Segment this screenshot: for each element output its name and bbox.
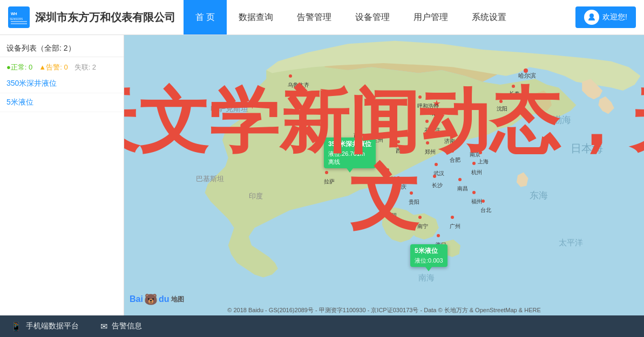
nav-user-management[interactable]: 用户管理 xyxy=(402,0,460,35)
mobile-icon: 📱 xyxy=(11,321,22,332)
baidu-map-label: 地图 xyxy=(171,295,184,304)
nav-home[interactable]: 首 页 xyxy=(184,0,227,35)
footer: 📱 手机端数据平台 ✉ 告警信息 xyxy=(0,315,644,337)
sidebar-device-1[interactable]: 350米深井液位 xyxy=(0,74,124,93)
city-lasa: 拉萨 xyxy=(327,173,337,185)
baidu-text: Bai xyxy=(130,294,143,304)
svg-text:东海: 东海 xyxy=(530,190,548,201)
svg-point-5 xyxy=(589,13,594,18)
city-shenyang: 沈阳 xyxy=(499,100,510,113)
company-logo-icon: WH SENSORS xyxy=(8,6,30,28)
city-xian: 西安 xyxy=(398,142,409,155)
status-normal: ●正常: 0 xyxy=(6,63,32,72)
city-haerbin: 哈尔滨 xyxy=(524,68,541,82)
svg-text:南海: 南海 xyxy=(418,273,435,282)
status-warning: ▲告警: 0 xyxy=(39,63,67,72)
city-wuhan: 武汉 xyxy=(436,164,447,177)
svg-rect-3 xyxy=(11,21,27,22)
svg-text:日本海: 日本海 xyxy=(571,142,603,154)
city-jinan: 济南 xyxy=(447,132,458,145)
city-shijiazhuang: 石家庄 xyxy=(427,121,443,134)
popup-2-tail xyxy=(425,267,432,271)
city-wulumuqi: 乌鲁木齐 xyxy=(290,76,312,89)
logo-area: WH SENSORS 深圳市东方万和仪表有限公司 xyxy=(0,6,184,28)
map-attribution: © 2018 Baidu - GS(2016)2089号 - 甲测资字11009… xyxy=(227,306,541,314)
city-guangzhou: 广州 xyxy=(452,217,463,230)
svg-text:WH: WH xyxy=(11,12,17,16)
sidebar: 设备列表（全部: 2） ●正常: 0 ▲告警: 0 失联: 2 350米深井液位… xyxy=(0,35,124,315)
company-name: 深圳市东方万和仪表有限公司 xyxy=(35,10,175,25)
baidu-bear-icon: 🐻 xyxy=(144,293,158,306)
city-changsha: 长沙 xyxy=(435,176,445,189)
svg-rect-4 xyxy=(11,23,27,24)
svg-text:巴基斯坦: 巴基斯坦 xyxy=(196,175,224,183)
nav-device-management[interactable]: 设备管理 xyxy=(343,0,402,35)
header-right: 欢迎您! xyxy=(575,6,644,28)
city-changchun: 长春 xyxy=(512,85,523,98)
mail-icon: ✉ xyxy=(100,321,107,332)
header: WH SENSORS 深圳市东方万和仪表有限公司 首 页 数据查询 告警管理 设… xyxy=(0,0,644,35)
device-popup-2[interactable]: 5米液位 液位:0.003 xyxy=(410,244,448,267)
status-offline: 失联: 2 xyxy=(74,63,96,72)
nav-data-query[interactable]: 数据查询 xyxy=(227,0,285,35)
svg-text:太平洋: 太平洋 xyxy=(559,238,583,247)
map-area[interactable]: 渤海 日本海 东海 太平洋 南海 哈萨克斯坦 印度 巴基斯坦 哈尔滨 长春 沈阳… xyxy=(124,35,644,315)
footer-mobile-platform[interactable]: 📱 手机端数据平台 xyxy=(11,321,79,332)
device-popup-1[interactable]: 350米深井液位 液位:26.701m 离线 xyxy=(324,137,376,168)
main-nav: 首 页 数据查询 告警管理 设备管理 用户管理 系统设置 xyxy=(184,0,575,35)
svg-text:哈萨克斯坦: 哈萨克斯坦 xyxy=(211,104,248,113)
sidebar-header: 设备列表（全部: 2） xyxy=(0,40,124,57)
svg-text:SENSORS: SENSORS xyxy=(10,17,23,20)
city-nanning: 南宁 xyxy=(420,217,431,230)
welcome-label: 欢迎您! xyxy=(602,12,627,22)
sidebar-status: ●正常: 0 ▲告警: 0 失联: 2 xyxy=(0,60,124,74)
popup-1-title: 350米深井液位 xyxy=(328,140,371,149)
city-zhengzhou: 郑州 xyxy=(428,143,438,156)
baidu-du: du xyxy=(159,294,170,304)
city-hangzhou: 杭州 xyxy=(474,163,485,176)
city-hefei: 合肥 xyxy=(452,151,463,164)
city-lanzhou: 兰州 xyxy=(375,131,386,144)
sidebar-device-2[interactable]: 5米液位 xyxy=(0,93,124,112)
svg-text:渤海: 渤海 xyxy=(553,114,571,125)
city-nanchang: 南昌 xyxy=(460,180,471,192)
baidu-logo: Bai🐻du 地图 xyxy=(130,293,184,306)
welcome-button[interactable]: 欢迎您! xyxy=(575,6,636,28)
city-kunming: 昆明 xyxy=(389,207,399,219)
main-content: 设备列表（全部: 2） ●正常: 0 ▲告警: 0 失联: 2 350米深井液位… xyxy=(0,35,644,315)
popup-2-title: 5米液位 xyxy=(415,246,443,256)
popup-1-tail xyxy=(347,168,353,173)
map-background: 渤海 日本海 东海 太平洋 南海 哈萨克斯坦 印度 巴基斯坦 xyxy=(124,35,644,315)
popup-2-value: 液位:0.003 xyxy=(415,257,443,265)
city-taibei: 台北 xyxy=(483,201,494,214)
svg-text:印度: 印度 xyxy=(249,192,263,200)
footer-alert-label: 告警信息 xyxy=(112,321,142,331)
attribution-text: © 2018 Baidu - GS(2016)2089号 - 甲测资字11009… xyxy=(227,307,541,313)
user-avatar-icon xyxy=(584,10,599,25)
footer-mobile-label: 手机端数据平台 xyxy=(26,321,79,331)
city-huhehaote: 呼和浩特 xyxy=(420,97,442,110)
popup-1-sub: 离线 xyxy=(328,158,371,166)
city-guiyang: 贵阳 xyxy=(411,193,422,206)
footer-alert-info[interactable]: ✉ 告警信息 xyxy=(100,321,142,332)
nav-alert-management[interactable]: 告警管理 xyxy=(285,0,343,35)
popup-1-value: 液位:26.701m xyxy=(328,150,371,158)
nav-system-settings[interactable]: 系统设置 xyxy=(460,0,518,35)
city-chongqing: 重庆 xyxy=(398,178,409,191)
